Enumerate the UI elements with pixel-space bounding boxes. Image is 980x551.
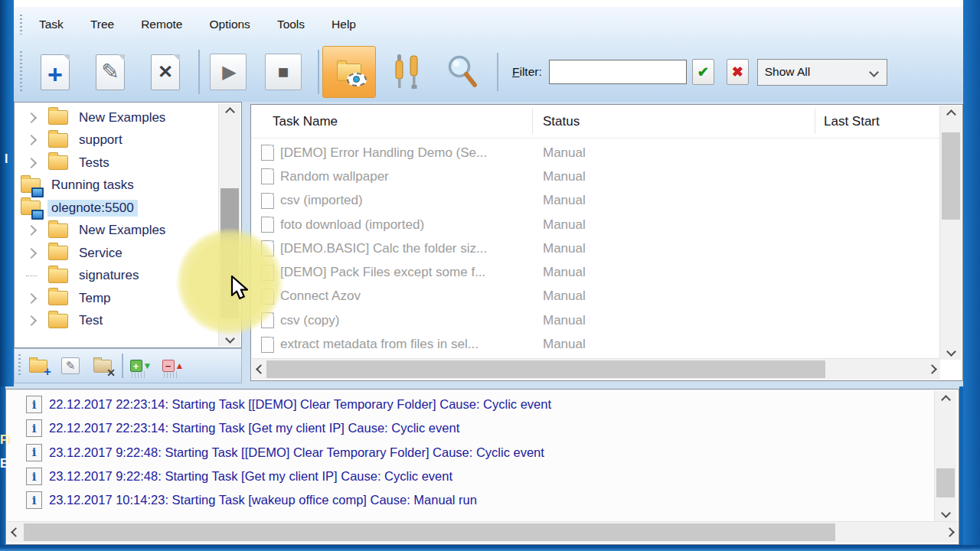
- tree-item-support[interactable]: support: [15, 129, 241, 152]
- expand-chevron-icon[interactable]: [26, 248, 37, 259]
- column-task-name[interactable]: Task Name: [273, 105, 338, 138]
- scroll-right-button[interactable]: [941, 522, 958, 543]
- tree-item-service[interactable]: Service: [15, 242, 241, 265]
- log-entry[interactable]: i23.12.2017 9:22:48: Starting Task [Get …: [6, 465, 959, 488]
- tools-button[interactable]: [385, 47, 430, 96]
- tree-item-new-examples[interactable]: New Examples: [15, 106, 241, 129]
- filter-input[interactable]: [549, 60, 687, 84]
- scroll-right-button[interactable]: [923, 359, 940, 380]
- toolbar-grip-handle[interactable]: [20, 51, 22, 93]
- table-row[interactable]: Connect AzovManual: [251, 285, 939, 308]
- table-row[interactable]: foto download (imported)Manual: [251, 213, 939, 236]
- tree-vertical-scrollbar[interactable]: [218, 103, 240, 347]
- scrollbar-thumb[interactable]: [936, 468, 955, 497]
- column-status[interactable]: Status: [543, 105, 580, 138]
- menu-item-tools[interactable]: Tools: [267, 14, 315, 35]
- table-row[interactable]: csv (copy)Manual: [251, 308, 939, 332]
- tree-item-olegnote-5500[interactable]: olegnote:5500: [15, 197, 241, 220]
- task-document-icon: [261, 193, 274, 209]
- scroll-left-button[interactable]: [7, 522, 24, 543]
- log-entry[interactable]: i23.12.2017 10:14:23: Starting Task [wak…: [6, 488, 959, 512]
- scrollbar-thumb[interactable]: [266, 360, 825, 378]
- scroll-up-button[interactable]: [935, 391, 956, 408]
- log-panel: i22.12.2017 22:23:14: Starting Task [[DE…: [5, 389, 959, 545]
- collapse-all-button[interactable]: − ▲: [158, 352, 188, 380]
- tree-item-temp[interactable]: Temp: [15, 287, 241, 310]
- expand-chevron-icon[interactable]: [26, 293, 37, 304]
- expand-chevron-icon[interactable]: [26, 315, 37, 326]
- scrollbar-thumb[interactable]: [942, 132, 960, 220]
- table-row[interactable]: [DEMO] Error Handling Demo (Se...Manual: [251, 141, 939, 165]
- menu-item-task[interactable]: Task: [29, 14, 74, 35]
- table-row[interactable]: Random wallpaperManual: [251, 165, 939, 188]
- task-horizontal-scrollbar[interactable]: [252, 358, 940, 380]
- magnifier-icon: [445, 54, 480, 90]
- task-list-header: Task Name Status Last Start: [251, 105, 962, 139]
- menu-item-tree[interactable]: Tree: [80, 14, 124, 35]
- menu-item-remote[interactable]: Remote: [131, 14, 192, 35]
- log-entry[interactable]: i22.12.2017 22:23:14: Starting Task [Get…: [6, 416, 959, 440]
- expand-icon: +: [130, 360, 142, 372]
- task-status-cell: Manual: [543, 313, 586, 328]
- toolbar-separator: [497, 53, 498, 91]
- scroll-up-button[interactable]: [219, 103, 240, 120]
- tree-item-tests[interactable]: Tests: [15, 152, 241, 174]
- scrollbar-thumb[interactable]: [24, 523, 835, 541]
- stop-task-button[interactable]: ■: [261, 47, 305, 96]
- tree-toolbar-grip[interactable]: [18, 354, 21, 377]
- column-last-start[interactable]: Last Start: [824, 105, 880, 138]
- delete-task-icon: ✕: [151, 54, 180, 90]
- edit-folder-button[interactable]: ✎: [56, 352, 85, 380]
- task-status-cell: Manual: [543, 145, 586, 161]
- expand-all-button[interactable]: + ▼: [126, 352, 155, 380]
- tree-item-running-tasks[interactable]: Running tasks: [15, 174, 241, 197]
- log-vertical-scrollbar[interactable]: [934, 391, 956, 521]
- table-row[interactable]: csv (imported)Manual: [251, 189, 939, 213]
- find-task-button[interactable]: [440, 47, 485, 96]
- menu-grip-handle[interactable]: [20, 15, 22, 34]
- tree-item-test[interactable]: Test: [15, 310, 241, 333]
- run-task-button[interactable]: ▶: [206, 47, 250, 96]
- delete-task-button[interactable]: ✕: [143, 47, 188, 96]
- expand-chevron-icon[interactable]: [26, 225, 37, 236]
- remote-folder-icon: [21, 178, 41, 193]
- scroll-down-button[interactable]: [940, 343, 962, 360]
- tree-item-new-examples[interactable]: New Examples: [15, 220, 241, 243]
- tree-item-signatures[interactable]: signatures: [15, 265, 241, 288]
- edit-task-button[interactable]: ✎: [88, 47, 132, 96]
- expand-chevron-icon[interactable]: [26, 135, 37, 145]
- scroll-down-button[interactable]: [219, 330, 240, 347]
- task-document-icon: [261, 337, 274, 353]
- new-task-button[interactable]: +: [33, 47, 77, 96]
- tree-item-label: Service: [75, 245, 126, 262]
- tree-item-label: New Examples: [75, 222, 169, 239]
- table-row[interactable]: [DEMO] Pack Files except some f...Manual: [251, 260, 939, 284]
- log-entry[interactable]: i22.12.2017 22:23:14: Starting Task [[DE…: [6, 393, 959, 416]
- table-row[interactable]: extract metadata from files in sel...Man…: [251, 332, 939, 356]
- expand-chevron-icon[interactable]: [26, 112, 37, 123]
- scroll-down-button[interactable]: [935, 504, 956, 521]
- show-all-dropdown[interactable]: Show All: [757, 59, 887, 86]
- scroll-up-button[interactable]: [940, 106, 962, 122]
- folder-icon: [48, 155, 68, 170]
- expand-chevron-icon[interactable]: [26, 158, 37, 168]
- task-status-cell: Manual: [543, 193, 586, 208]
- table-row[interactable]: [DEMO.BASIC] Calc the folder siz...Manua…: [251, 236, 939, 260]
- task-vertical-scrollbar[interactable]: [939, 106, 962, 360]
- info-icon: i: [26, 419, 42, 437]
- menu-item-help[interactable]: Help: [322, 14, 366, 35]
- screwdrivers-icon: [391, 53, 423, 91]
- scrollbar-thumb[interactable]: [220, 188, 239, 318]
- delete-folder-button[interactable]: ✕: [88, 352, 117, 380]
- view-folders-button[interactable]: [322, 46, 376, 98]
- info-icon: i: [26, 444, 42, 461]
- clear-filter-button[interactable]: ✖: [727, 59, 749, 85]
- folder-icon: [48, 314, 68, 328]
- log-entry[interactable]: i23.12.2017 9:22:48: Starting Task [[DEM…: [6, 441, 959, 465]
- add-folder-button[interactable]: +: [24, 352, 53, 380]
- apply-filter-button[interactable]: ✔: [692, 59, 714, 85]
- task-document-icon: [261, 289, 274, 305]
- tree-item-label: support: [75, 132, 126, 148]
- menu-item-options[interactable]: Options: [199, 14, 260, 35]
- log-horizontal-scrollbar[interactable]: [7, 521, 958, 543]
